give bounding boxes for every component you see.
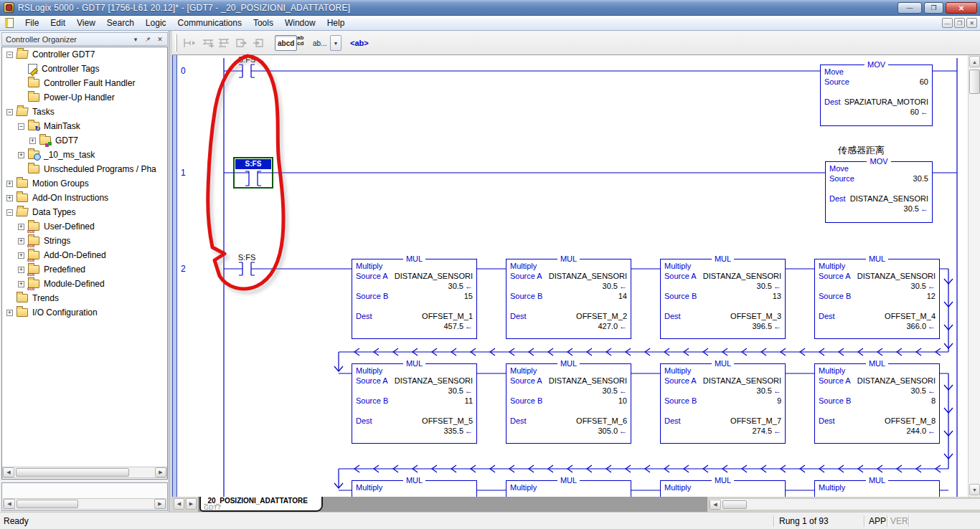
- source-a-tag[interactable]: DISTANZA_SENSORI: [549, 271, 627, 281]
- lower-hscrollbar[interactable]: ◀ ▶: [3, 498, 166, 510]
- menu-search[interactable]: Search: [101, 16, 140, 29]
- source-b-value[interactable]: 8: [931, 396, 936, 406]
- menu-help[interactable]: Help: [321, 16, 351, 29]
- expand-icon[interactable]: +: [6, 195, 13, 201]
- panel-menu-icon[interactable]: ▾: [131, 36, 140, 43]
- pin-icon[interactable]: 📌︎: [143, 36, 152, 43]
- tree-item-predefined[interactable]: +Predefined: [2, 262, 167, 277]
- rung-number[interactable]: 2: [181, 264, 186, 274]
- collapse-icon[interactable]: −: [6, 109, 13, 115]
- menu-communications[interactable]: Communications: [172, 16, 248, 29]
- menu-window[interactable]: Window: [279, 16, 321, 29]
- dest-tag[interactable]: SPAZIATURA_MOTORI: [844, 97, 928, 107]
- source-a-tag[interactable]: DISTANZA_SENSORI: [395, 271, 473, 281]
- mul-instruction[interactable]: MUL Multiply Source ADISTANZA_SENSORI 30…: [660, 363, 786, 444]
- import-rung-icon[interactable]: [251, 35, 267, 51]
- source-b-value[interactable]: 11: [465, 396, 473, 406]
- collapse-icon[interactable]: −: [6, 209, 13, 216]
- branch-level-icon[interactable]: [217, 35, 232, 51]
- dest-tag[interactable]: OFFSET_M_4: [885, 311, 936, 321]
- tree-item-maintask[interactable]: −MainTask: [2, 119, 167, 133]
- source-a-tag[interactable]: DISTANZA_SENSORI: [703, 271, 781, 281]
- mul-instruction[interactable]: MUL Multiply Source ADISTANZA_SENSORI 30…: [506, 259, 631, 339]
- menu-view[interactable]: View: [71, 16, 101, 29]
- minimize-button[interactable]: —: [897, 2, 922, 14]
- scroll-thumb[interactable]: [16, 468, 129, 477]
- tree-item-add-on-instructions[interactable]: +Add-On Instructions: [2, 191, 167, 205]
- export-rung-icon[interactable]: [234, 35, 250, 51]
- tree-item-motion-groups[interactable]: +Motion Groups: [2, 176, 167, 191]
- tab-scroll-right-icon[interactable]: ▶: [186, 498, 197, 510]
- tree-item--10-ms-task[interactable]: +_10_ms_task: [2, 148, 167, 162]
- tree-item-controller-tags[interactable]: Controller Tags: [2, 62, 167, 76]
- mul-instruction[interactable]: MUL Multiply: [814, 480, 940, 497]
- source-value[interactable]: 30.5: [913, 173, 928, 184]
- mul-instruction[interactable]: MUL Multiply Source ADISTANZA_SENSORI 30…: [352, 363, 477, 444]
- source-value[interactable]: 60: [920, 77, 928, 87]
- mul-instruction[interactable]: MUL Multiply: [352, 480, 477, 497]
- scroll-right-icon[interactable]: ▶: [155, 467, 166, 477]
- tree-item-module-defined[interactable]: +Module-Defined: [2, 277, 167, 291]
- dest-tag[interactable]: OFFSET_M_5: [422, 416, 473, 426]
- routine-tab[interactable]: _20_POSIZIONI_ADATTATORE GDT7: [199, 497, 323, 512]
- collapse-icon[interactable]: −: [6, 52, 13, 58]
- source-b-value[interactable]: 13: [773, 291, 781, 301]
- dest-tag[interactable]: OFFSET_M_8: [885, 416, 936, 426]
- toggle-tag-wrap-button[interactable]: ab cd: [297, 35, 303, 51]
- scroll-thumb[interactable]: [969, 70, 980, 94]
- mdi-minimize-button[interactable]: —: [942, 18, 953, 28]
- restore-button[interactable]: ❐: [924, 2, 943, 14]
- expand-icon[interactable]: +: [18, 267, 24, 273]
- source-b-value[interactable]: 15: [464, 291, 473, 301]
- tree-item-user-defined[interactable]: +User-Defined: [2, 219, 167, 234]
- source-b-value[interactable]: 12: [927, 291, 936, 301]
- close-button[interactable]: ✕: [946, 2, 977, 14]
- source-a-tag[interactable]: DISTANZA_SENSORI: [703, 376, 781, 386]
- expand-icon[interactable]: +: [18, 152, 24, 158]
- xic-contact-selected[interactable]: S:FS: [233, 157, 273, 189]
- tree-item-unscheduled-programs-pha[interactable]: Unscheduled Programs / Pha: [2, 162, 167, 176]
- tree-item-gdt7[interactable]: +GDT7: [2, 133, 167, 148]
- dest-tag[interactable]: OFFSET_M_6: [576, 416, 627, 426]
- mov-instruction[interactable]: MOV Move Source30.5 DestDISTANZA_SENSORI…: [825, 161, 933, 223]
- panel-close-icon[interactable]: ✕: [156, 36, 164, 43]
- dest-tag[interactable]: OFFSET_M_7: [730, 416, 781, 426]
- tree-item-trends[interactable]: Trends: [2, 291, 167, 305]
- dest-tag[interactable]: OFFSET_M_3: [730, 311, 781, 321]
- scroll-up-icon[interactable]: ▲: [969, 56, 980, 67]
- tree-item-strings[interactable]: +Strings: [2, 234, 167, 248]
- source-a-tag[interactable]: DISTANZA_SENSORI: [395, 376, 473, 386]
- branch-icon[interactable]: [201, 35, 217, 51]
- tag-browse-button[interactable]: <ab>: [350, 35, 369, 51]
- tree-item-controller-fault-handler[interactable]: Controller Fault Handler: [2, 76, 167, 90]
- menu-tools[interactable]: Tools: [248, 16, 279, 29]
- tree-item-power-up-handler[interactable]: Power-Up Handler: [2, 90, 167, 105]
- source-b-value[interactable]: 10: [618, 396, 627, 406]
- source-a-tag[interactable]: DISTANZA_SENSORI: [549, 376, 627, 386]
- mdi-restore-button[interactable]: ❐: [954, 18, 965, 28]
- expand-icon[interactable]: +: [6, 181, 13, 187]
- mdi-close-button[interactable]: ✕: [966, 18, 977, 28]
- tree-item-controller-gdt7[interactable]: −Controller GDT7: [2, 47, 167, 62]
- tree-item-tasks[interactable]: −Tasks: [2, 105, 167, 119]
- rung-number[interactable]: 1: [181, 168, 186, 178]
- scroll-thumb[interactable]: [722, 500, 747, 509]
- source-a-tag[interactable]: DISTANZA_SENSORI: [857, 271, 936, 281]
- tag-display-dropdown[interactable]: ▼: [330, 35, 341, 51]
- toggle-tag-names-button[interactable]: abcd: [275, 35, 297, 51]
- expand-icon[interactable]: +: [6, 310, 13, 316]
- mul-instruction[interactable]: MUL Multiply Source ADISTANZA_SENSORI 30…: [660, 259, 786, 339]
- mul-instruction[interactable]: MUL Multiply: [660, 480, 786, 497]
- scroll-down-icon[interactable]: ▼: [969, 484, 980, 495]
- menu-logic[interactable]: Logic: [140, 16, 172, 29]
- collapse-icon[interactable]: −: [18, 123, 24, 130]
- dest-tag[interactable]: OFFSET_M_2: [576, 311, 627, 321]
- mul-instruction[interactable]: MUL Multiply Source ADISTANZA_SENSORI 30…: [352, 259, 477, 339]
- tree-item-data-types[interactable]: −Data Types: [2, 205, 167, 219]
- expand-icon[interactable]: +: [18, 224, 24, 230]
- scroll-left-icon[interactable]: ◀: [4, 499, 15, 509]
- ladder-canvas[interactable]: 0 1 2 S:FS S:FS S:FS 传感器距离 MOV Move Sour…: [172, 55, 968, 497]
- scroll-right-icon[interactable]: ▶: [154, 499, 166, 509]
- mul-instruction[interactable]: MUL Multiply Source ADISTANZA_SENSORI 30…: [814, 259, 940, 339]
- scroll-left-icon[interactable]: ◀: [3, 467, 14, 477]
